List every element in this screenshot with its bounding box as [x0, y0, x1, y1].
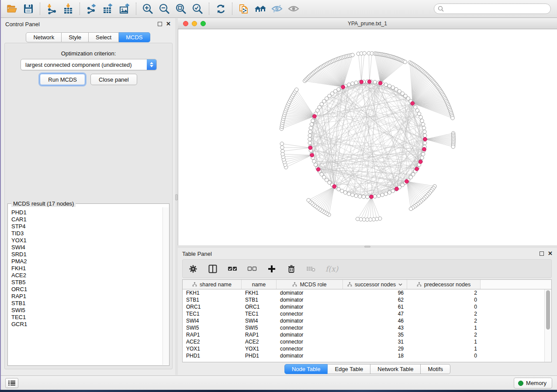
table-cell-predecessor[interactable]: 2	[407, 310, 481, 317]
column-header-mcds-role[interactable]: MCDS role	[277, 280, 343, 289]
mcds-result-item[interactable]: SWI5	[11, 307, 163, 314]
close-panel-button[interactable]: Close panel	[90, 74, 137, 85]
mcds-result-item[interactable]: GCR1	[11, 321, 163, 328]
table-cell-successor[interactable]: 96	[343, 289, 407, 296]
show-columns-icon[interactable]	[208, 264, 218, 274]
table-row[interactable]: PHD1PHD1dominator180	[183, 352, 544, 359]
tab-network-table[interactable]: Network Table	[370, 364, 421, 374]
table-cell-predecessor[interactable]: 1	[407, 324, 481, 331]
import-table-icon[interactable]	[61, 2, 76, 16]
hide-selected-icon[interactable]	[270, 2, 284, 16]
add-row-icon[interactable]	[266, 264, 277, 274]
memory-button[interactable]: Memory	[514, 378, 552, 389]
table-cell-predecessor[interactable]: 2	[407, 331, 481, 338]
table-cell-shared_name[interactable]: ORC1	[183, 303, 242, 310]
import-network-icon[interactable]	[44, 2, 59, 16]
mcds-result-item[interactable]: FKH1	[11, 265, 163, 272]
mcds-result-item[interactable]: YOX1	[11, 237, 163, 244]
table-row[interactable]: SWI4SWI4dominator462	[183, 317, 544, 324]
column-header-successor-nodes[interactable]: successor nodes	[343, 280, 407, 289]
search-field[interactable]	[434, 3, 551, 14]
table-cell-mcds_role[interactable]: connector	[277, 338, 343, 345]
network-titlebar[interactable]: YPA_prune.txt_1	[178, 18, 557, 29]
table-row[interactable]: RAP1RAP1dominator352	[183, 331, 544, 338]
table-row[interactable]: ORC1ORC1dominator610	[183, 303, 544, 310]
mcds-result-item[interactable]: PMA2	[11, 258, 163, 265]
table-cell-shared_name[interactable]: SWI4	[183, 317, 242, 324]
close-panel-icon[interactable]: ✕	[548, 251, 553, 256]
column-header-shared-name[interactable]: shared name	[183, 280, 242, 289]
duplicate-network-icon[interactable]	[236, 2, 251, 16]
deselect-all-icon[interactable]	[247, 264, 257, 274]
export-network-icon[interactable]	[84, 2, 99, 16]
network-canvas[interactable]	[178, 29, 557, 245]
tab-mcds[interactable]: MCDS	[119, 32, 150, 42]
mcds-result-item[interactable]: RAP1	[11, 293, 163, 300]
table-cell-name[interactable]: STB1	[242, 296, 277, 303]
mcds-result-scrollbar[interactable]	[163, 207, 169, 365]
table-row[interactable]: FKH1FKH1dominator962	[183, 289, 544, 296]
table-cell-successor[interactable]: 18	[343, 352, 407, 359]
mcds-result-item[interactable]: ACE2	[11, 272, 163, 279]
table-cell-name[interactable]: FKH1	[242, 289, 277, 296]
show-attribute-browser-button[interactable]	[5, 378, 18, 388]
table-cell-name[interactable]: ACE2	[242, 338, 277, 345]
float-panel-icon[interactable]	[158, 22, 162, 26]
table-cell-shared_name[interactable]: TEC1	[183, 310, 242, 317]
table-cell-successor[interactable]: 35	[343, 331, 407, 338]
tab-motifs[interactable]: Motifs	[421, 364, 450, 374]
table-cell-predecessor[interactable]: 0	[407, 303, 481, 310]
table-cell-successor[interactable]: 46	[343, 317, 407, 324]
table-row[interactable]: YOX1YOX1connector291	[183, 345, 544, 352]
mcds-result-item[interactable]: STP4	[11, 223, 163, 230]
table-cell-shared_name[interactable]: ACE2	[183, 338, 242, 345]
table-row[interactable]: SWI5SWI5connector431	[183, 324, 544, 331]
table-cell-shared_name[interactable]: SWI5	[183, 324, 242, 331]
mcds-result-item[interactable]: TID3	[11, 230, 163, 237]
tab-edge-table[interactable]: Edge Table	[328, 364, 370, 374]
zoom-out-icon[interactable]	[157, 2, 172, 16]
splitter-grip[interactable]	[364, 246, 370, 248]
table-cell-name[interactable]: SWI5	[242, 324, 277, 331]
table-row[interactable]: STB1STB1dominator620	[183, 296, 544, 303]
table-cell-mcds_role[interactable]: connector	[277, 324, 343, 331]
table-cell-mcds_role[interactable]: dominator	[277, 296, 343, 303]
mcds-result-item[interactable]: STB5	[11, 279, 163, 286]
mcds-result-item[interactable]: SWI4	[11, 244, 163, 251]
table-cell-successor[interactable]: 43	[343, 324, 407, 331]
mcds-result-item[interactable]: PHD1	[11, 209, 163, 216]
table-cell-successor[interactable]: 47	[343, 310, 407, 317]
float-panel-icon[interactable]	[540, 251, 544, 256]
optimization-criterion-select[interactable]: largest connected component (undirected)	[21, 59, 157, 70]
column-header-predecessor-nodes[interactable]: predecessor nodes	[407, 280, 481, 289]
table-cell-name[interactable]: TEC1	[242, 310, 277, 317]
column-header-name[interactable]: name	[242, 280, 277, 289]
tab-node-table[interactable]: Node Table	[284, 364, 328, 374]
table-cell-shared_name[interactable]: RAP1	[183, 331, 242, 338]
first-neighbors-icon[interactable]	[253, 2, 268, 16]
table-cell-name[interactable]: ORC1	[242, 303, 277, 310]
zoom-fit-icon[interactable]	[173, 2, 188, 16]
refresh-icon[interactable]	[213, 2, 228, 16]
tab-network[interactable]: Network	[26, 32, 62, 42]
search-input[interactable]	[446, 6, 547, 12]
table-cell-mcds_role[interactable]: dominator	[277, 289, 343, 296]
table-cell-shared_name[interactable]: PHD1	[183, 352, 242, 359]
mcds-result-list[interactable]: PHD1CAR1STP4TID3YOX1SWI4SRD1PMA2FKH1ACE2…	[8, 207, 163, 365]
mcds-result-item[interactable]: ORC1	[11, 286, 163, 293]
table-cell-mcds_role[interactable]: dominator	[277, 352, 343, 359]
table-cell-predecessor[interactable]: 0	[407, 352, 481, 359]
delete-row-icon[interactable]	[286, 264, 297, 274]
table-cell-shared_name[interactable]: FKH1	[183, 289, 242, 296]
tab-select[interactable]: Select	[89, 32, 119, 42]
table-cell-name[interactable]: RAP1	[242, 331, 277, 338]
table-scrollbar[interactable]	[544, 289, 551, 362]
clear-column-icon[interactable]	[306, 264, 316, 274]
tab-style[interactable]: Style	[62, 32, 89, 42]
table-cell-shared_name[interactable]: YOX1	[183, 345, 242, 352]
table-cell-mcds_role[interactable]: connector	[277, 345, 343, 352]
close-panel-icon[interactable]: ✕	[166, 22, 171, 26]
table-cell-successor[interactable]: 62	[343, 296, 407, 303]
table-cell-predecessor[interactable]: 2	[407, 317, 481, 324]
table-cell-name[interactable]: PHD1	[242, 352, 277, 359]
